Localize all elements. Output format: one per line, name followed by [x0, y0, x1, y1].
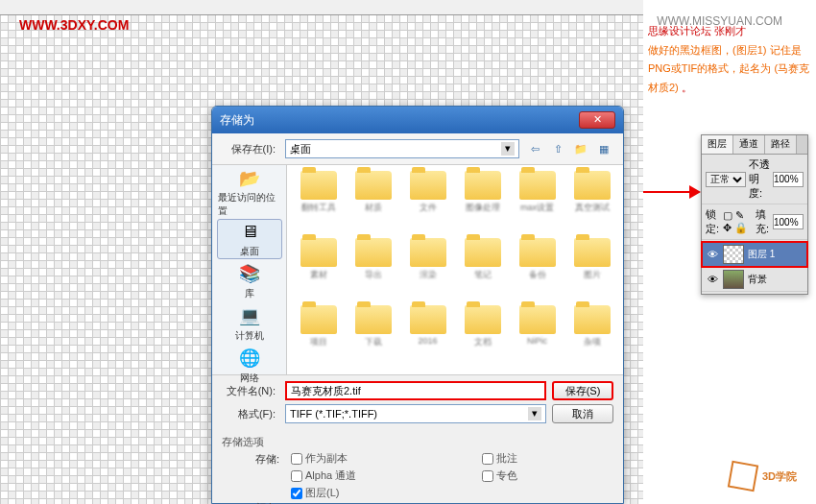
folder-item[interactable]: 备份 [512, 238, 563, 301]
desktop-icon: 🖥 [236, 220, 263, 243]
folder-item[interactable]: 项目 [293, 305, 344, 369]
folder-icon [465, 171, 501, 200]
folder-icon [519, 238, 556, 267]
fill-label: 填充: [756, 207, 770, 236]
layer-list: 👁 图层 1 👁 背景 [702, 240, 807, 294]
annotation-dot: 。 [682, 82, 692, 93]
folder-item[interactable]: 素材 [293, 238, 344, 301]
folder-icon [300, 305, 337, 334]
chk-copy[interactable]: 作为副本 [291, 451, 470, 466]
filename-area: 文件名(N): 保存(S) 格式(F): TIFF (*.TIF;*.TIFF)… [212, 375, 623, 431]
place-computer[interactable]: 💻计算机 [217, 303, 282, 344]
layer-name: 背景 [748, 273, 767, 286]
folder-item[interactable]: 真空测试 [566, 171, 617, 234]
cancel-button[interactable]: 取消 [552, 404, 613, 423]
library-icon: 📚 [236, 262, 263, 285]
opacity-label: 不透明度: [749, 157, 770, 201]
folder-icon [300, 238, 337, 267]
chk-alpha[interactable]: Alpha 通道 [291, 468, 470, 483]
watermark-3dxy: WWW.3DXY.COM [19, 17, 129, 33]
dialog-body: 📂最近访问的位置 🖥桌面 📚库 💻计算机 🌐网络 翻转工具 材质 文件 图像处理… [212, 164, 623, 375]
format-combo[interactable]: TIFF (*.TIF;*.TIFF) ▾ [285, 404, 546, 423]
folder-icon [410, 171, 446, 200]
visibility-icon[interactable]: 👁 [706, 273, 719, 286]
opacity-input[interactable] [773, 172, 804, 187]
annotation-line1: 思缘设计论坛 张刚才 [648, 25, 746, 36]
folder-icon [300, 171, 337, 200]
tab-channels[interactable]: 通道 [733, 135, 765, 154]
save-options: 存储选项 存储: 颜色: 作为副本 Alpha 通道 图层(L) 使用校样设置:… [212, 431, 623, 504]
folder-item[interactable]: 下载 [348, 305, 398, 369]
recent-icon: 📂 [236, 168, 263, 189]
chk-layers[interactable]: 图层(L) [291, 486, 470, 500]
folder-item[interactable]: 导出 [348, 238, 398, 301]
chevron-down-icon: ▾ [501, 142, 515, 156]
layer-background[interactable]: 👁 背景 [702, 267, 807, 292]
savein-value: 桌面 [290, 142, 311, 156]
place-libraries[interactable]: 📚库 [217, 261, 282, 301]
folder-icon [574, 305, 611, 334]
folder-item[interactable]: 笔记 [457, 238, 508, 301]
back-icon[interactable]: ⇦ [525, 139, 544, 158]
savein-label: 保存在(I): [222, 142, 279, 156]
chk-notes[interactable]: 批注 [482, 451, 517, 466]
folder-icon [574, 171, 611, 200]
close-button[interactable]: ✕ [579, 111, 615, 129]
folder-icon [519, 171, 556, 200]
save-as-dialog: 存储为 ✕ 保存在(I): 桌面 ▾ ⇦ ⇧ 📁 ▦ 📂最近访问的位置 🖥桌面 … [211, 106, 624, 504]
folder-icon [410, 238, 446, 267]
places-bar: 📂最近访问的位置 🖥桌面 📚库 💻计算机 🌐网络 [212, 165, 287, 374]
place-recent[interactable]: 📂最近访问的位置 [217, 169, 282, 217]
lock-label: 锁定: [706, 207, 720, 236]
folder-icon [465, 238, 501, 267]
folder-icon [355, 305, 392, 334]
network-icon: 🌐 [236, 347, 263, 370]
folder-item[interactable]: NiPic [512, 305, 563, 369]
options-title: 存储选项 [222, 435, 279, 449]
place-network[interactable]: 🌐网络 [217, 346, 282, 386]
layers-panel: 图层 通道 路径 正常 不透明度: 锁定: ▢ ✎ ✥ 🔒 填充: 👁 图层 1… [701, 134, 808, 295]
folder-item[interactable]: 翻转工具 [293, 171, 344, 234]
lock-icons[interactable]: ▢ ✎ ✥ 🔒 [723, 209, 753, 234]
folder-item[interactable]: 2016 [402, 305, 453, 369]
format-value: TIFF (*.TIF;*.TIFF) [290, 408, 377, 420]
annotation-line2: 做好的黑边框图，(图层1) 记住是PNG或TIF的格式，起名为 (马赛克材质2) [648, 44, 809, 93]
computer-icon: 💻 [236, 304, 263, 327]
layer-thumbnail [723, 270, 744, 289]
layer-name: 图层 1 [748, 248, 775, 261]
folder-item[interactable]: max设置 [512, 171, 563, 234]
save-sublabel: 存储: [222, 452, 279, 467]
views-icon[interactable]: ▦ [594, 139, 613, 158]
savein-combo[interactable]: 桌面 ▾ [285, 139, 519, 158]
file-grid[interactable]: 翻转工具 材质 文件 图像处理 max设置 真空测试 素材 导出 渲染 笔记 备… [287, 165, 623, 374]
save-button[interactable]: 保存(S) [552, 381, 613, 400]
logo-3d-academy: 3D学院 [730, 463, 797, 490]
folder-icon [574, 238, 611, 267]
place-desktop[interactable]: 🖥桌面 [217, 219, 282, 259]
folder-item[interactable]: 杂项 [566, 305, 617, 369]
cube-icon [728, 461, 758, 492]
folder-icon [355, 238, 392, 267]
tab-layers[interactable]: 图层 [702, 135, 733, 154]
folder-item[interactable]: 渲染 [402, 238, 453, 301]
red-arrow [643, 182, 701, 202]
folder-item[interactable]: 文档 [457, 305, 508, 369]
fill-input[interactable] [773, 214, 804, 229]
folder-item[interactable]: 图片 [566, 238, 617, 301]
folder-item[interactable]: 图像处理 [457, 171, 508, 234]
blend-mode-select[interactable]: 正常 [706, 172, 746, 187]
format-label: 格式(F): [222, 407, 279, 421]
layer-thumbnail [723, 245, 744, 264]
newfolder-icon[interactable]: 📁 [571, 139, 590, 158]
savein-row: 保存在(I): 桌面 ▾ ⇦ ⇧ 📁 ▦ [212, 133, 623, 164]
folder-item[interactable]: 材质 [348, 171, 398, 234]
filename-input[interactable] [285, 381, 546, 400]
up-icon[interactable]: ⇧ [548, 139, 567, 158]
layer-1[interactable]: 👁 图层 1 [702, 242, 807, 267]
chk-spot[interactable]: 专色 [482, 468, 517, 483]
dialog-titlebar[interactable]: 存储为 ✕ [212, 107, 623, 133]
visibility-icon[interactable]: 👁 [706, 248, 719, 261]
tab-paths[interactable]: 路径 [765, 135, 797, 154]
folder-item[interactable]: 文件 [402, 171, 453, 234]
dialog-title: 存储为 [220, 112, 579, 129]
